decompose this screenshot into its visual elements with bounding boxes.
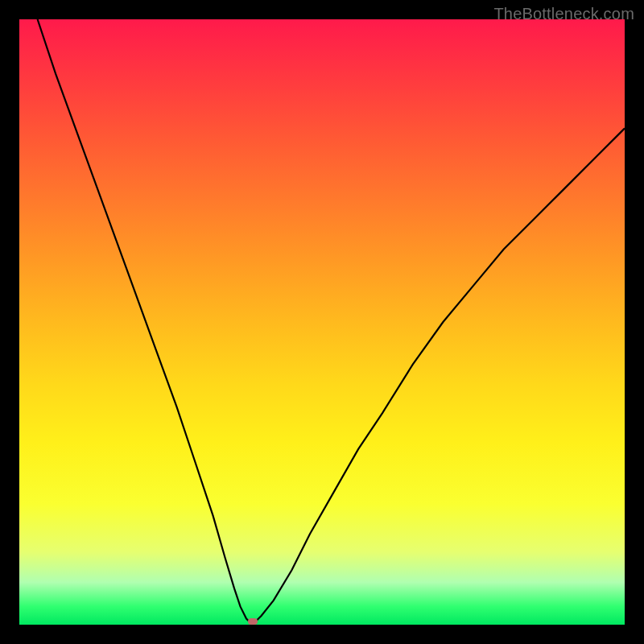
plot-area — [19, 19, 625, 625]
watermark-text: TheBottleneck.com — [493, 5, 634, 23]
optimum-marker — [248, 618, 258, 625]
bottleneck-curve — [19, 19, 625, 625]
chart-frame: TheBottleneck.com — [0, 0, 644, 644]
